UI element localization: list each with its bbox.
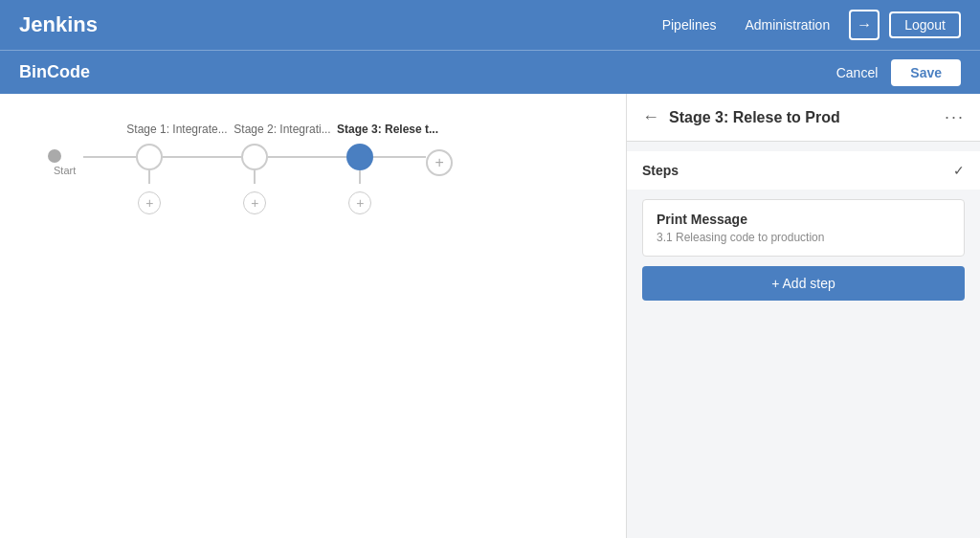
stage-3-node[interactable] xyxy=(346,144,373,170)
brand-logo: Jenkins xyxy=(19,12,643,37)
steps-header[interactable]: Steps ✓ xyxy=(627,151,980,190)
nav-administration[interactable]: Administration xyxy=(745,17,830,33)
stage-label-3: Stage 3: Relese t... xyxy=(335,123,440,136)
stage-2-wrapper: + xyxy=(241,144,268,214)
add-below-stage-1[interactable]: + xyxy=(138,191,161,214)
stage-label-2: Stage 2: Integrati... xyxy=(230,123,335,136)
add-below-stage-2[interactable]: + xyxy=(243,191,266,214)
step-card-print-message[interactable]: Print Message 3.1 Releasing code to prod… xyxy=(642,199,965,257)
chevron-down-icon: ✓ xyxy=(953,163,965,178)
panel-title: Stage 3: Relese to Prod xyxy=(669,109,945,126)
login-icon[interactable]: → xyxy=(849,10,880,40)
steps-section: Steps ✓ xyxy=(627,151,980,190)
logout-button[interactable]: Logout xyxy=(889,11,961,38)
connector-3 xyxy=(373,156,426,158)
start-node xyxy=(48,149,61,163)
add-stage-button[interactable]: + xyxy=(426,149,453,176)
page-title: BinCode xyxy=(19,62,836,82)
add-step-button[interactable]: + Add step xyxy=(642,266,965,301)
connector-2 xyxy=(268,156,346,158)
stage-1-wrapper: + xyxy=(136,144,163,214)
steps-body: Print Message 3.1 Releasing code to prod… xyxy=(627,190,980,314)
main-content: Stage 1: Integrate... Stage 2: Integrati… xyxy=(0,94,980,538)
stage-labels: Stage 1: Integrate... Stage 2: Integrati… xyxy=(29,123,597,136)
step-card-title: Print Message xyxy=(657,212,950,227)
stage-2-node[interactable] xyxy=(241,144,268,170)
pipeline-canvas: Stage 1: Integrate... Stage 2: Integrati… xyxy=(0,94,626,538)
panel-header: ← Stage 3: Relese to Prod ··· xyxy=(627,94,980,142)
connector-0 xyxy=(83,156,136,158)
stage-label-1: Stage 1: Integrate... xyxy=(124,123,230,136)
vertical-line-2 xyxy=(254,170,256,184)
connector-1 xyxy=(163,156,241,158)
top-nav: Jenkins Pipelines Administration → Logou… xyxy=(0,0,980,50)
vertical-line-1 xyxy=(148,170,150,184)
nav-icons: → Logout xyxy=(849,10,961,40)
add-below-stage-3[interactable]: + xyxy=(348,191,371,214)
panel-back-button[interactable]: ← xyxy=(642,107,659,127)
sub-header-actions: Cancel Save xyxy=(836,59,961,86)
right-panel: ← Stage 3: Relese to Prod ··· Steps ✓ Pr… xyxy=(626,94,980,538)
step-card-description: 3.1 Releasing code to production xyxy=(657,231,950,244)
stage-3-wrapper: + xyxy=(346,144,373,214)
stage-1-node[interactable] xyxy=(136,144,163,170)
steps-title: Steps xyxy=(642,163,679,178)
nav-pipelines[interactable]: Pipelines xyxy=(662,17,717,33)
sub-header: BinCode Cancel Save xyxy=(0,50,980,94)
nav-links: Pipelines Administration xyxy=(662,17,831,33)
start-label: Start xyxy=(54,165,76,176)
save-button[interactable]: Save xyxy=(891,59,961,86)
panel-more-button[interactable]: ··· xyxy=(945,107,965,127)
cancel-button[interactable]: Cancel xyxy=(836,65,879,80)
vertical-line-3 xyxy=(359,170,361,184)
